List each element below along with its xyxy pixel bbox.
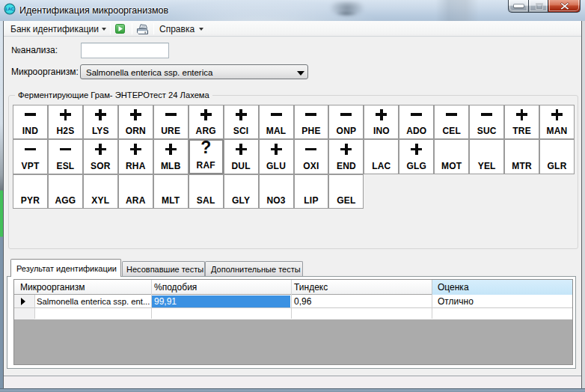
svg-text:LAC: LAC (5, 7, 13, 11)
